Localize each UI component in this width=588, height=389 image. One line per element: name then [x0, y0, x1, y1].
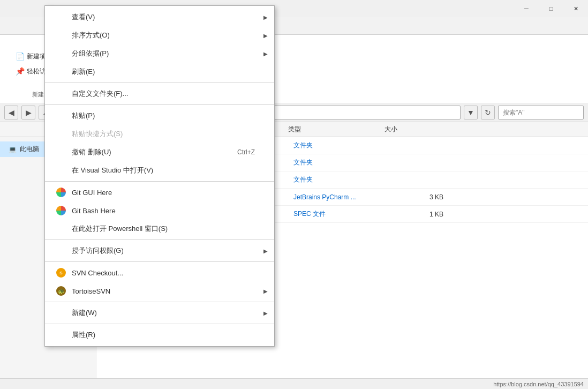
group-icon	[56, 48, 66, 59]
search-input[interactable]	[498, 106, 584, 119]
ctx-svn-checkout[interactable]: S SVN Checkout...	[45, 264, 274, 282]
file-type-4: SPEC 文件	[293, 210, 390, 219]
customize-icon	[56, 88, 66, 99]
paste-shortcut-icon	[56, 129, 66, 139]
ctx-sort-label: 排序方式(O)	[72, 31, 266, 40]
git-bash-icon	[56, 205, 66, 216]
back-button[interactable]: ◀	[4, 106, 18, 119]
ctx-paste-label: 粘贴(P)	[72, 111, 266, 121]
ctx-group-label: 分组依据(P)	[72, 49, 266, 58]
undo-shortcut: Ctrl+Z	[237, 148, 266, 156]
grant-icon	[56, 245, 66, 256]
ctx-open-vs[interactable]: 在 Visual Studio 中打开(V)	[45, 161, 274, 179]
separator-5	[45, 261, 274, 262]
file-size-3: 3 KB	[390, 193, 443, 201]
ctx-properties[interactable]: 属性(R)	[45, 326, 274, 344]
paste-icon	[56, 110, 66, 121]
ctx-powershell-label: 在此处打开 Powershell 窗口(S)	[72, 224, 266, 234]
close-button[interactable]: ✕	[563, 0, 588, 17]
new-icon	[56, 308, 66, 318]
new-project-icon: 📄	[16, 52, 25, 61]
file-size-4: 1 KB	[390, 211, 443, 218]
ctx-customize[interactable]: 自定义文件夹(F)...	[45, 85, 274, 103]
ctx-paste-shortcut-label: 粘贴快捷方式(S)	[72, 129, 266, 139]
ctx-undo[interactable]: 撤销 删除(U) Ctrl+Z	[45, 143, 274, 161]
separator-4	[45, 240, 274, 240]
url-hint: https://blog.csdn.net/qq_43391594	[489, 379, 588, 389]
separator-7	[45, 324, 274, 324]
ctx-paste-shortcut: 粘贴快捷方式(S)	[45, 125, 274, 143]
file-type-1: 文件夹	[293, 158, 390, 167]
maximize-button[interactable]: □	[539, 0, 563, 17]
tortoise-icon: 🐢	[56, 286, 66, 296]
ctx-open-vs-label: 在 Visual Studio 中打开(V)	[72, 166, 266, 175]
file-type-2: 文件夹	[293, 175, 390, 184]
ctx-view-label: 查看(V)	[72, 12, 266, 22]
ctx-group[interactable]: 分组依据(P)	[45, 44, 274, 63]
ctx-grant-label: 授予访问权限(G)	[72, 246, 266, 256]
ctx-git-bash[interactable]: Git Bash Here	[45, 201, 274, 220]
ctx-grant-access[interactable]: 授予访问权限(G)	[45, 242, 274, 260]
context-menu: 查看(V) 排序方式(O) 分组依据(P) 刷新(E) 自定义文件夹(F)...…	[44, 5, 275, 347]
ctx-new-label: 新建(W)	[72, 308, 266, 318]
separator-2	[45, 104, 274, 105]
new-group-label: 新建	[32, 88, 44, 99]
ctx-refresh-label: 刷新(E)	[72, 67, 266, 77]
separator-6	[45, 302, 274, 302]
col-header-size[interactable]: 大小	[380, 122, 444, 137]
ctx-git-gui[interactable]: Git GUI Here	[45, 183, 274, 201]
undo-icon	[56, 147, 66, 158]
refresh-nav-button[interactable]: ↻	[481, 106, 495, 119]
ctx-properties-label: 属性(R)	[72, 330, 266, 340]
ctx-tortoise[interactable]: 🐢 TortoiseSVN	[45, 282, 274, 300]
ctx-powershell[interactable]: 在此处打开 Powershell 窗口(S)	[45, 220, 274, 238]
ctx-sort[interactable]: 排序方式(O)	[45, 26, 274, 44]
ctx-customize-label: 自定义文件夹(F)...	[72, 89, 266, 99]
ctx-paste[interactable]: 粘贴(P)	[45, 107, 274, 125]
separator-3	[45, 181, 274, 182]
powershell-icon	[56, 223, 66, 234]
file-type-0: 文件夹	[293, 141, 390, 150]
easy-access-icon: 📌	[16, 67, 25, 76]
ctx-svn-label: SVN Checkout...	[72, 269, 266, 277]
ctx-new[interactable]: 新建(W)	[45, 304, 274, 322]
file-type-3: JetBrains PyCharm ...	[293, 193, 390, 201]
minimize-button[interactable]: ─	[514, 0, 539, 17]
forward-button[interactable]: ▶	[21, 106, 35, 119]
ctx-view[interactable]: 查看(V)	[45, 8, 274, 26]
refresh-icon	[56, 66, 66, 77]
git-gui-icon	[56, 187, 66, 198]
ctx-refresh[interactable]: 刷新(E)	[45, 63, 274, 81]
properties-ctx-icon	[56, 330, 66, 340]
vs-icon	[56, 165, 66, 176]
view-icon	[56, 12, 66, 23]
ctx-undo-label: 撤销 删除(U)	[72, 147, 232, 157]
separator-1	[45, 83, 274, 83]
dropdown-button[interactable]: ▼	[464, 106, 478, 119]
ctx-git-gui-label: Git GUI Here	[72, 189, 266, 197]
ctx-tortoise-label: TortoiseSVN	[72, 287, 266, 295]
computer-icon: 💻	[9, 146, 17, 153]
sort-icon	[56, 30, 66, 41]
ctx-git-bash-label: Git Bash Here	[72, 207, 266, 215]
col-header-type[interactable]: 类型	[284, 122, 380, 137]
title-bar-buttons: ─ □ ✕	[514, 0, 588, 17]
svn-checkout-icon: S	[56, 267, 66, 278]
